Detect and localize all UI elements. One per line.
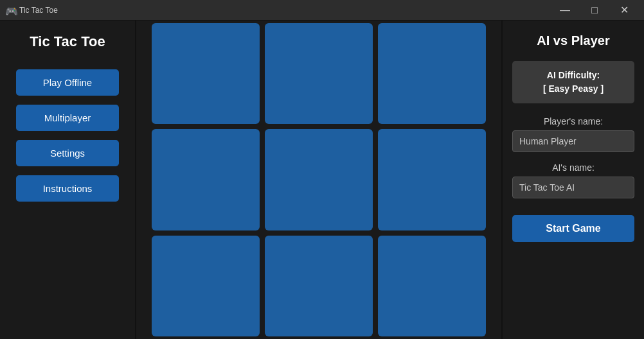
title-bar-title: Tic Tac Toe bbox=[19, 6, 58, 15]
board-cell-7[interactable] bbox=[265, 236, 373, 336]
board-cell-2[interactable] bbox=[378, 23, 486, 124]
board-cell-0[interactable] bbox=[152, 23, 260, 124]
title-bar-controls: — □ ✕ bbox=[550, 0, 639, 21]
board-cell-6[interactable] bbox=[152, 236, 260, 336]
minimize-button[interactable]: — bbox=[550, 0, 580, 21]
play-offline-button[interactable]: Play Offline bbox=[16, 69, 119, 96]
difficulty-label: AI Difficulty: [ Easy Peasy ] bbox=[519, 69, 628, 96]
board-cell-8[interactable] bbox=[378, 236, 486, 336]
maximize-button[interactable]: □ bbox=[580, 0, 609, 21]
ai-name-label: AI's name: bbox=[512, 162, 634, 173]
board-cell-3[interactable] bbox=[152, 129, 260, 230]
multiplayer-button[interactable]: Multiplayer bbox=[16, 105, 119, 131]
instructions-button[interactable]: Instructions bbox=[16, 175, 119, 202]
sidebar: Tic Tac Toe Play Offline Multiplayer Set… bbox=[0, 21, 135, 339]
panel-title: AI vs Player bbox=[537, 33, 609, 48]
game-board bbox=[152, 23, 486, 336]
app-icon: 🎮 bbox=[5, 5, 15, 15]
ai-name-input[interactable] bbox=[512, 177, 634, 198]
board-cell-5[interactable] bbox=[378, 129, 486, 230]
player-name-input[interactable] bbox=[512, 130, 634, 152]
sidebar-title: Tic Tac Toe bbox=[30, 33, 105, 50]
board-cell-1[interactable] bbox=[265, 23, 373, 124]
board-cell-4[interactable] bbox=[265, 129, 373, 230]
main-content: Tic Tac Toe Play Offline Multiplayer Set… bbox=[0, 21, 644, 339]
player-name-label: Player's name: bbox=[512, 116, 634, 126]
title-bar-left: 🎮 Tic Tac Toe bbox=[5, 5, 58, 15]
settings-button[interactable]: Settings bbox=[16, 140, 119, 166]
right-panel: AI vs Player AI Difficulty: [ Easy Peasy… bbox=[503, 21, 644, 339]
start-game-button[interactable]: Start Game bbox=[512, 215, 634, 242]
close-button[interactable]: ✕ bbox=[609, 0, 639, 21]
title-bar: 🎮 Tic Tac Toe — □ ✕ bbox=[0, 0, 644, 21]
difficulty-box: AI Difficulty: [ Easy Peasy ] bbox=[512, 61, 634, 103]
board-area bbox=[136, 21, 501, 339]
